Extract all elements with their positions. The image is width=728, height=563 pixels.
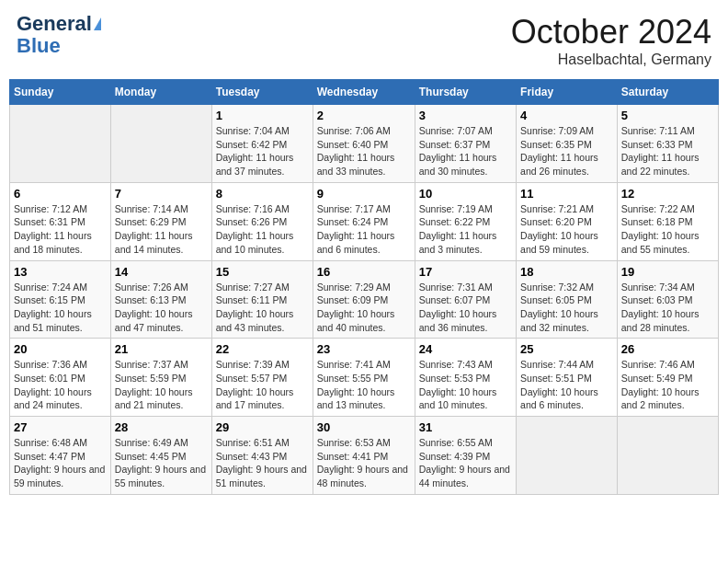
day-number: 24 bbox=[419, 342, 512, 356]
day-info: Sunrise: 7:16 AM Sunset: 6:26 PM Dayligh… bbox=[216, 202, 309, 257]
table-row: 11Sunrise: 7:21 AM Sunset: 6:20 PM Dayli… bbox=[517, 182, 618, 260]
day-number: 11 bbox=[520, 187, 613, 201]
day-info: Sunrise: 6:51 AM Sunset: 4:43 PM Dayligh… bbox=[216, 436, 309, 490]
day-info: Sunrise: 7:12 AM Sunset: 6:31 PM Dayligh… bbox=[14, 202, 107, 257]
calendar-week-row: 6Sunrise: 7:12 AM Sunset: 6:31 PM Daylig… bbox=[10, 182, 719, 260]
table-row: 27Sunrise: 6:48 AM Sunset: 4:47 PM Dayli… bbox=[10, 417, 111, 495]
day-number: 31 bbox=[419, 420, 512, 434]
title-block: October 2024 Haselbachtal, Germany bbox=[511, 13, 711, 68]
day-info: Sunrise: 6:48 AM Sunset: 4:47 PM Dayligh… bbox=[14, 436, 107, 490]
day-info: Sunrise: 7:26 AM Sunset: 6:13 PM Dayligh… bbox=[115, 281, 208, 335]
table-row: 12Sunrise: 7:22 AM Sunset: 6:18 PM Dayli… bbox=[617, 182, 718, 260]
day-number: 3 bbox=[419, 109, 512, 122]
day-number: 22 bbox=[216, 342, 309, 356]
logo-triangle-icon bbox=[94, 17, 101, 30]
table-row: 24Sunrise: 7:43 AM Sunset: 5:53 PM Dayli… bbox=[415, 339, 516, 417]
table-row bbox=[517, 417, 618, 495]
day-info: Sunrise: 7:17 AM Sunset: 6:24 PM Dayligh… bbox=[317, 202, 411, 257]
table-row: 23Sunrise: 7:41 AM Sunset: 5:55 PM Dayli… bbox=[313, 339, 415, 417]
day-info: Sunrise: 7:34 AM Sunset: 6:03 PM Dayligh… bbox=[621, 281, 714, 335]
table-row: 19Sunrise: 7:34 AM Sunset: 6:03 PM Dayli… bbox=[617, 260, 718, 339]
page-header: General Blue October 2024 Haselbachtal, … bbox=[9, 9, 719, 72]
location-title: Haselbachtal, Germany bbox=[511, 52, 711, 68]
table-row bbox=[110, 105, 211, 183]
day-info: Sunrise: 7:24 AM Sunset: 6:15 PM Dayligh… bbox=[14, 281, 107, 335]
day-number: 30 bbox=[317, 420, 411, 434]
day-info: Sunrise: 7:31 AM Sunset: 6:07 PM Dayligh… bbox=[419, 281, 512, 335]
day-number: 10 bbox=[419, 187, 512, 201]
day-info: Sunrise: 6:55 AM Sunset: 4:39 PM Dayligh… bbox=[419, 436, 512, 490]
table-row: 26Sunrise: 7:46 AM Sunset: 5:49 PM Dayli… bbox=[617, 339, 718, 417]
day-number: 27 bbox=[14, 420, 107, 434]
day-number: 17 bbox=[419, 265, 512, 279]
calendar-week-row: 1Sunrise: 7:04 AM Sunset: 6:42 PM Daylig… bbox=[10, 105, 719, 183]
table-row: 8Sunrise: 7:16 AM Sunset: 6:26 PM Daylig… bbox=[211, 182, 313, 260]
col-sunday: Sunday bbox=[10, 80, 111, 105]
day-info: Sunrise: 7:21 AM Sunset: 6:20 PM Dayligh… bbox=[520, 202, 613, 257]
day-number: 7 bbox=[115, 187, 208, 201]
table-row: 10Sunrise: 7:19 AM Sunset: 6:22 PM Dayli… bbox=[415, 182, 516, 260]
col-wednesday: Wednesday bbox=[313, 80, 415, 105]
calendar-header-row: Sunday Monday Tuesday Wednesday Thursday… bbox=[10, 80, 719, 105]
table-row: 1Sunrise: 7:04 AM Sunset: 6:42 PM Daylig… bbox=[211, 105, 313, 183]
day-info: Sunrise: 7:14 AM Sunset: 6:29 PM Dayligh… bbox=[115, 202, 208, 257]
day-number: 14 bbox=[115, 265, 208, 279]
day-number: 8 bbox=[216, 187, 309, 201]
day-number: 29 bbox=[216, 420, 309, 434]
col-saturday: Saturday bbox=[617, 80, 718, 105]
day-info: Sunrise: 7:19 AM Sunset: 6:22 PM Dayligh… bbox=[419, 202, 512, 257]
table-row: 5Sunrise: 7:11 AM Sunset: 6:33 PM Daylig… bbox=[617, 105, 718, 183]
day-number: 2 bbox=[317, 109, 411, 122]
calendar-table: Sunday Monday Tuesday Wednesday Thursday… bbox=[9, 79, 719, 495]
day-number: 9 bbox=[317, 187, 411, 201]
logo-line2: Blue bbox=[17, 35, 61, 57]
day-number: 25 bbox=[520, 342, 613, 356]
day-number: 1 bbox=[216, 109, 309, 122]
day-number: 13 bbox=[14, 265, 107, 279]
day-info: Sunrise: 7:41 AM Sunset: 5:55 PM Dayligh… bbox=[317, 358, 411, 412]
day-number: 20 bbox=[14, 342, 107, 356]
month-title: October 2024 bbox=[511, 13, 711, 52]
day-info: Sunrise: 7:04 AM Sunset: 6:42 PM Dayligh… bbox=[216, 124, 309, 178]
day-number: 16 bbox=[317, 265, 411, 279]
day-info: Sunrise: 7:43 AM Sunset: 5:53 PM Dayligh… bbox=[419, 358, 512, 412]
table-row: 18Sunrise: 7:32 AM Sunset: 6:05 PM Dayli… bbox=[517, 260, 618, 339]
day-info: Sunrise: 7:06 AM Sunset: 6:40 PM Dayligh… bbox=[317, 124, 411, 178]
day-info: Sunrise: 7:32 AM Sunset: 6:05 PM Dayligh… bbox=[520, 281, 613, 335]
day-number: 5 bbox=[621, 109, 714, 122]
table-row: 30Sunrise: 6:53 AM Sunset: 4:41 PM Dayli… bbox=[313, 417, 415, 495]
day-info: Sunrise: 7:44 AM Sunset: 5:51 PM Dayligh… bbox=[520, 358, 613, 412]
col-friday: Friday bbox=[517, 80, 618, 105]
table-row: 31Sunrise: 6:55 AM Sunset: 4:39 PM Dayli… bbox=[415, 417, 516, 495]
day-info: Sunrise: 7:39 AM Sunset: 5:57 PM Dayligh… bbox=[216, 358, 309, 412]
table-row bbox=[617, 417, 718, 495]
table-row: 2Sunrise: 7:06 AM Sunset: 6:40 PM Daylig… bbox=[313, 105, 415, 183]
table-row: 20Sunrise: 7:36 AM Sunset: 6:01 PM Dayli… bbox=[10, 339, 111, 417]
day-info: Sunrise: 6:53 AM Sunset: 4:41 PM Dayligh… bbox=[317, 436, 411, 490]
table-row: 7Sunrise: 7:14 AM Sunset: 6:29 PM Daylig… bbox=[110, 182, 211, 260]
day-info: Sunrise: 7:36 AM Sunset: 6:01 PM Dayligh… bbox=[14, 358, 107, 412]
table-row: 4Sunrise: 7:09 AM Sunset: 6:35 PM Daylig… bbox=[517, 105, 618, 183]
day-info: Sunrise: 7:11 AM Sunset: 6:33 PM Dayligh… bbox=[621, 124, 714, 178]
table-row: 28Sunrise: 6:49 AM Sunset: 4:45 PM Dayli… bbox=[110, 417, 211, 495]
calendar-week-row: 27Sunrise: 6:48 AM Sunset: 4:47 PM Dayli… bbox=[10, 417, 719, 495]
day-info: Sunrise: 7:29 AM Sunset: 6:09 PM Dayligh… bbox=[317, 281, 411, 335]
table-row: 25Sunrise: 7:44 AM Sunset: 5:51 PM Dayli… bbox=[517, 339, 618, 417]
day-number: 21 bbox=[115, 342, 208, 356]
col-thursday: Thursday bbox=[415, 80, 516, 105]
day-info: Sunrise: 7:46 AM Sunset: 5:49 PM Dayligh… bbox=[621, 358, 714, 412]
day-number: 12 bbox=[621, 187, 714, 201]
day-number: 4 bbox=[520, 109, 613, 122]
day-number: 28 bbox=[115, 420, 208, 434]
table-row: 14Sunrise: 7:26 AM Sunset: 6:13 PM Dayli… bbox=[110, 260, 211, 339]
table-row: 21Sunrise: 7:37 AM Sunset: 5:59 PM Dayli… bbox=[110, 339, 211, 417]
day-number: 6 bbox=[14, 187, 107, 201]
day-number: 15 bbox=[216, 265, 309, 279]
logo-line1: General bbox=[17, 13, 92, 35]
logo: General Blue bbox=[17, 13, 101, 57]
table-row: 22Sunrise: 7:39 AM Sunset: 5:57 PM Dayli… bbox=[211, 339, 313, 417]
day-number: 19 bbox=[621, 265, 714, 279]
day-info: Sunrise: 7:09 AM Sunset: 6:35 PM Dayligh… bbox=[520, 124, 613, 178]
day-info: Sunrise: 6:49 AM Sunset: 4:45 PM Dayligh… bbox=[115, 436, 208, 490]
day-number: 18 bbox=[520, 265, 613, 279]
